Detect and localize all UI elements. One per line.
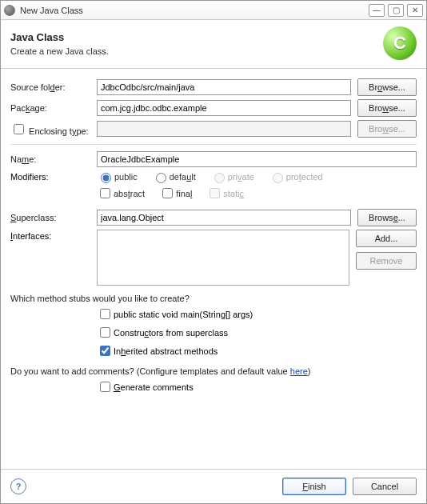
help-icon[interactable]: ? bbox=[10, 478, 26, 494]
stub-main[interactable]: public static void main(String[] args) bbox=[97, 306, 417, 322]
package-browse-button[interactable]: Browse... bbox=[357, 99, 417, 117]
enclosing-type-browse-button: Browse... bbox=[357, 120, 417, 138]
comments-question: Do you want to add comments? (Configure … bbox=[10, 366, 417, 376]
header-title: Java Class bbox=[10, 31, 109, 43]
generate-comments[interactable]: Generate comments bbox=[97, 379, 417, 394]
package-input[interactable] bbox=[97, 100, 351, 116]
finish-button[interactable]: Finish bbox=[282, 478, 346, 495]
modifier-final[interactable]: final bbox=[159, 186, 192, 201]
minimize-button[interactable]: — bbox=[369, 4, 385, 17]
source-folder-label: Source folder: bbox=[10, 82, 97, 92]
source-folder-input[interactable] bbox=[97, 79, 351, 95]
dialog-header: Java Class Create a new Java class. C bbox=[1, 20, 426, 69]
stubs-question: Which method stubs would you like to cre… bbox=[10, 294, 417, 303]
eclipse-icon bbox=[4, 5, 15, 16]
interfaces-label: Interfaces: bbox=[10, 230, 97, 241]
modifiers-label: Modifiers: bbox=[10, 172, 97, 182]
interfaces-remove-button: Remove bbox=[356, 252, 417, 270]
content-area: Source folder: Browse... Package: Browse… bbox=[1, 69, 426, 469]
maximize-button[interactable]: ▢ bbox=[388, 4, 404, 17]
superclass-label: Superclass: bbox=[10, 213, 97, 222]
close-button[interactable]: ✕ bbox=[407, 4, 423, 17]
cancel-button[interactable]: Cancel bbox=[353, 478, 417, 495]
enclosing-type-label[interactable]: Enclosing type: bbox=[10, 122, 97, 137]
window-title: New Java Class bbox=[20, 6, 365, 15]
modifier-static: static bbox=[206, 186, 244, 201]
modifier-public[interactable]: public bbox=[97, 170, 138, 183]
modifier-private: private bbox=[210, 170, 254, 183]
name-input[interactable] bbox=[97, 151, 417, 167]
enclosing-type-checkbox[interactable] bbox=[14, 124, 24, 134]
stub-constructors[interactable]: Constructors from superclass bbox=[97, 325, 417, 340]
enclosing-type-input bbox=[97, 121, 351, 137]
header-subtitle: Create a new Java class. bbox=[10, 46, 109, 56]
class-badge-icon: C bbox=[383, 26, 417, 60]
modifier-protected: protected bbox=[269, 170, 323, 183]
stub-inherited[interactable]: Inherited abstract methods bbox=[97, 343, 417, 358]
modifier-abstract[interactable]: abstract bbox=[97, 186, 145, 201]
interfaces-add-button[interactable]: Add... bbox=[356, 230, 417, 247]
here-link[interactable]: here bbox=[290, 366, 308, 376]
footer: ? Finish Cancel bbox=[1, 469, 426, 503]
titlebar: New Java Class — ▢ ✕ bbox=[1, 1, 426, 20]
modifier-default[interactable]: default bbox=[152, 170, 196, 183]
superclass-browse-button[interactable]: Browse... bbox=[357, 209, 417, 226]
package-label: Package: bbox=[10, 103, 97, 113]
source-folder-browse-button[interactable]: Browse... bbox=[357, 78, 417, 96]
name-label: Name: bbox=[10, 154, 97, 164]
separator bbox=[10, 144, 417, 145]
interfaces-listbox[interactable] bbox=[97, 230, 349, 286]
superclass-input[interactable] bbox=[97, 210, 351, 226]
